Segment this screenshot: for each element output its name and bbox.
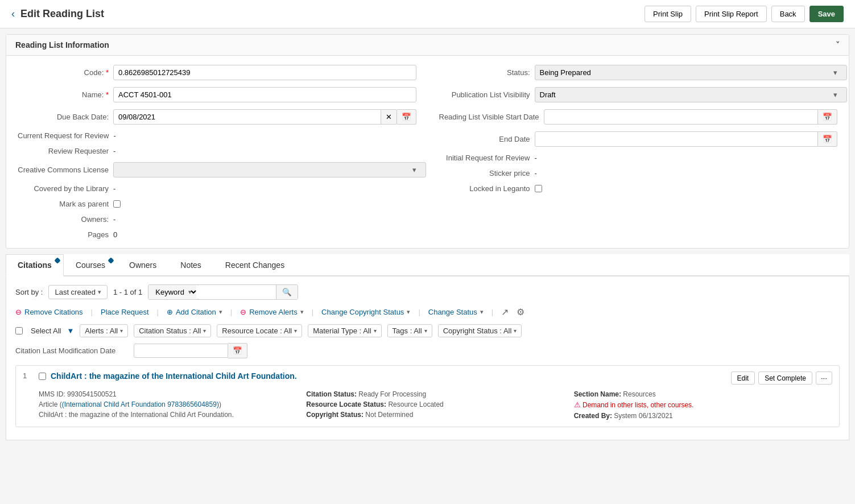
remove-citations-button[interactable]: ⊖ Remove Citations: [15, 308, 83, 316]
locked-row: Locked in Leganto: [439, 184, 838, 193]
form-right: Status: Being Prepared ▾ Publication Lis…: [439, 65, 838, 239]
date-filter-input-wrapper: 📅: [134, 343, 247, 358]
change-status-label: Change Status: [428, 308, 477, 316]
warning-icon: ⚠: [574, 400, 581, 409]
owners-value: -: [113, 215, 115, 224]
code-input[interactable]: [113, 65, 416, 80]
status-select[interactable]: Being Prepared: [535, 65, 848, 80]
form-left: Code: * Name: * Due Back Date:: [18, 65, 416, 239]
mark-as-parent-checkbox[interactable]: [113, 200, 121, 208]
remove-alerts-button[interactable]: ⊖ Remove Alerts ▾: [240, 308, 304, 316]
calendar-icon-button[interactable]: 📅: [397, 109, 416, 125]
add-citation-button[interactable]: ⊕ Add Citation ▾: [167, 308, 222, 316]
alerts-filter[interactable]: Alerts : All ▾: [80, 324, 128, 337]
end-date-input[interactable]: [535, 131, 819, 147]
creative-commons-select-wrapper: ▾: [113, 162, 416, 177]
separator-3: |: [230, 308, 232, 316]
settings-button[interactable]: ⚙: [517, 307, 524, 317]
alerts-arrow-icon: ▾: [120, 328, 123, 334]
citation-item: 1 ChildArt : the magazine of the Interna…: [15, 365, 840, 427]
print-slip-report-button[interactable]: Print Slip Report: [696, 6, 767, 22]
date-filter-calendar-button[interactable]: 📅: [228, 343, 247, 358]
date-filter-input[interactable]: [134, 344, 228, 358]
form-grid: Code: * Name: * Due Back Date:: [18, 65, 837, 239]
change-copyright-status-button[interactable]: Change Copyright Status ▾: [321, 308, 410, 316]
citation-status-value: Ready For Processing: [358, 390, 426, 398]
clear-date-button[interactable]: ✕: [381, 109, 397, 125]
separator-4: |: [312, 308, 313, 316]
tabs-bar: Citations Courses Owners Notes Recent Ch…: [6, 254, 849, 276]
material-type-filter[interactable]: Material Type : All ▾: [308, 324, 381, 337]
keyword-select[interactable]: Keyword: [148, 285, 199, 299]
current-request-row: Current Request for Review -: [18, 131, 416, 140]
tab-courses[interactable]: Courses: [64, 254, 117, 275]
creative-commons-label: Creative Commons License: [18, 166, 109, 174]
material-type-arrow-icon: ▾: [374, 328, 377, 334]
mms-id-detail: MMS ID: 9930541500521 Article ((Internat…: [39, 389, 297, 421]
tags-filter[interactable]: Tags : All ▾: [387, 324, 432, 337]
remove-citations-label: Remove Citations: [24, 308, 83, 316]
print-slip-button[interactable]: Print Slip: [645, 6, 691, 22]
review-requester-label: Review Requester: [18, 147, 109, 155]
current-request-value: -: [113, 131, 115, 140]
date-filter-row: Citation Last Modification Date 📅: [15, 343, 840, 358]
citation-details: MMS ID: 9930541500521 Article ((Internat…: [23, 389, 832, 421]
due-back-input[interactable]: [113, 109, 381, 125]
funnel-icon: ▼: [67, 327, 74, 335]
copyright-status-filter[interactable]: Copyright Status : All ▾: [438, 324, 522, 337]
remove-alerts-arrow-icon: ▾: [300, 308, 304, 316]
citation-set-complete-button[interactable]: Set Complete: [758, 371, 812, 385]
keyword-input[interactable]: [196, 286, 276, 299]
citation-title[interactable]: ChildArt : the magazine of the Internati…: [51, 371, 726, 381]
citation-more-button[interactable]: ···: [816, 371, 832, 385]
remove-alerts-label: Remove Alerts: [249, 308, 298, 316]
end-date-row: End Date 📅: [439, 131, 838, 147]
covered-label: Covered by the Library: [18, 184, 109, 193]
citations-area: Sort by : Last created ▾ 1 - 1 of 1 Keyw…: [6, 276, 849, 440]
search-icon: 🔍: [282, 288, 292, 296]
pub-visibility-select-wrapper: Draft ▾: [535, 87, 838, 102]
back-button[interactable]: Back: [771, 6, 805, 22]
courses-tab-indicator: [108, 257, 114, 263]
citations-tab-indicator: [54, 257, 60, 263]
due-back-row: Due Back Date: ✕ 📅: [18, 109, 416, 125]
tab-citations-label: Citations: [18, 261, 52, 270]
gear-icon: ⚙: [517, 307, 524, 317]
back-arrow-icon[interactable]: ‹: [11, 8, 15, 20]
place-request-button[interactable]: Place Request: [101, 308, 149, 316]
save-button[interactable]: Save: [809, 6, 844, 22]
change-status-button[interactable]: Change Status ▾: [428, 308, 484, 316]
tab-citations[interactable]: Citations: [6, 254, 64, 276]
tab-owners[interactable]: Owners: [117, 254, 168, 275]
tab-notes[interactable]: Notes: [168, 254, 213, 275]
covered-row: Covered by the Library -: [18, 184, 416, 193]
select-all-checkbox[interactable]: [15, 327, 23, 334]
creative-commons-select[interactable]: [113, 162, 426, 177]
section-detail: Section Name: Resources ⚠ Demand in othe…: [574, 389, 832, 421]
mark-as-parent-label: Mark as parent: [18, 200, 109, 208]
citation-status-label: Citation Status : All: [139, 327, 201, 335]
name-row: Name: *: [18, 87, 416, 102]
citation-status-filter[interactable]: Citation Status : All ▾: [134, 324, 211, 337]
section-title: Reading List Information: [15, 40, 109, 49]
sort-dropdown[interactable]: Last created ▾: [48, 285, 108, 299]
end-date-calendar-button[interactable]: 📅: [818, 131, 837, 147]
copyright-status-arrow-icon: ▾: [514, 328, 517, 334]
resource-locate-filter[interactable]: Resource Locate : All ▾: [217, 324, 302, 337]
pub-visibility-select[interactable]: Draft: [535, 87, 848, 102]
citation-edit-button[interactable]: Edit: [731, 371, 755, 385]
separator-6: |: [491, 308, 493, 316]
demand-warning-text: Demand in other lists, other courses.: [583, 401, 693, 409]
created-by-label: Created By:: [574, 412, 612, 420]
tab-notes-label: Notes: [180, 261, 201, 270]
visible-start-calendar-button[interactable]: 📅: [818, 109, 837, 125]
locked-checkbox[interactable]: [535, 185, 542, 192]
section-header[interactable]: Reading List Information ˅: [6, 35, 849, 56]
name-input[interactable]: [113, 87, 416, 102]
export-button[interactable]: ↗: [501, 307, 509, 317]
copyright-status-label-detail: Copyright Status:: [306, 411, 364, 419]
citation-checkbox[interactable]: [39, 373, 46, 380]
visible-start-input[interactable]: [544, 109, 818, 125]
search-button[interactable]: 🔍: [276, 285, 298, 299]
tab-recent-changes[interactable]: Recent Changes: [213, 254, 296, 275]
